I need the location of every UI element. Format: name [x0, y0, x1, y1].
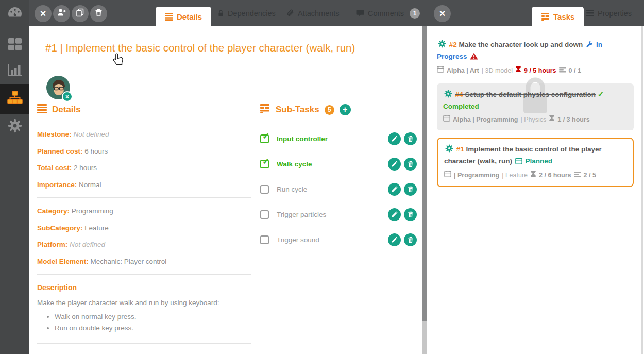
tab-attachments[interactable]: Attachments — [286, 0, 340, 26]
subtask-row: ✓ Input controller — [260, 126, 417, 151]
app-sidebar — [0, 0, 29, 354]
card-subcategory: | Feature — [502, 170, 528, 181]
tab-details-label: Details — [177, 12, 202, 21]
task-title-text: Implement the basic control of the playe… — [66, 42, 355, 54]
tab-tasks[interactable]: Tasks — [532, 7, 584, 26]
card-milestone-category: | Programming — [454, 170, 499, 181]
field-label: Planned cost: — [37, 147, 83, 155]
task-card[interactable]: #4 Setup the default physics configurati… — [437, 83, 634, 130]
check-icon: ✓ — [598, 90, 604, 98]
assignee-avatar[interactable]: × — [46, 76, 76, 104]
mouse-cursor — [112, 53, 125, 70]
divider — [37, 274, 251, 275]
delete-subtask-button[interactable] — [404, 158, 417, 171]
tasks-icon — [541, 13, 550, 21]
wrench-icon — [586, 40, 593, 51]
warning-icon — [470, 52, 478, 63]
sidebar-item-dashboard[interactable] — [0, 0, 29, 26]
edit-subtask-button[interactable] — [388, 208, 401, 221]
subtask-checkbox[interactable]: ✓ — [260, 160, 269, 168]
subtask-label: Trigger particles — [277, 211, 326, 218]
hamburger-icon — [586, 10, 594, 16]
edit-subtask-button[interactable] — [388, 132, 401, 145]
delete-subtask-button[interactable] — [404, 183, 417, 196]
sidebar-item-reports[interactable] — [0, 58, 29, 84]
details-section: Details Milestone: Not defined Planned c… — [37, 104, 251, 344]
tab-properties-label: Properties — [598, 9, 632, 18]
field-label: Category: — [37, 207, 70, 215]
remove-assignee-button[interactable]: × — [62, 91, 73, 102]
subtask-label: Input controller — [277, 135, 328, 143]
field-value: Feature — [84, 224, 109, 232]
edit-subtask-button[interactable] — [388, 183, 401, 196]
field-value: Normal — [79, 181, 101, 189]
field-model-element: Model Element: Mechanic: Player control — [37, 258, 251, 265]
hourglass-icon — [549, 114, 555, 125]
subtask-row: Trigger particles — [260, 202, 417, 227]
list-icon — [165, 13, 173, 21]
hourglass-icon — [515, 65, 521, 76]
delete-task-button[interactable] — [90, 5, 107, 22]
tab-dependencies[interactable]: Dependencies — [217, 0, 276, 26]
field-label: SubCategory: — [37, 224, 83, 232]
subtasks-count-badge: 5 — [325, 105, 334, 115]
right-panel-scrollbar[interactable] — [641, 25, 643, 354]
duplicate-task-button[interactable] — [72, 5, 89, 22]
tab-dependencies-label: Dependencies — [228, 9, 276, 18]
field-subcategory: SubCategory: Feature — [37, 224, 251, 232]
left-panel-scrollbar[interactable] — [422, 25, 427, 354]
comment-icon — [356, 9, 364, 17]
field-value: 2 hours — [74, 164, 97, 172]
edit-subtask-button[interactable] — [388, 233, 401, 246]
field-platform: Platform: Not defined — [37, 241, 251, 248]
tab-details[interactable]: Details — [156, 7, 211, 26]
field-total-cost: Total cost: 2 hours — [37, 164, 251, 172]
task-card[interactable]: #2 Make the character look up and down I… — [437, 39, 634, 76]
assign-user-button[interactable] — [53, 5, 70, 22]
delete-subtask-button[interactable] — [404, 208, 417, 221]
subtask-row: ✓ Walk cycle — [260, 151, 417, 177]
sidebar-item-settings[interactable] — [0, 114, 29, 140]
bar-chart-icon — [8, 63, 22, 79]
field-value: Mechanic: Player control — [91, 258, 167, 265]
add-subtask-button[interactable]: + — [340, 104, 351, 115]
field-value: 6 hours — [84, 147, 108, 155]
sidebar-item-tasks-tree[interactable] — [0, 84, 29, 114]
subtask-label: Trigger sound — [277, 236, 319, 244]
details-heading: Details — [37, 104, 251, 116]
close-icon: × — [439, 8, 446, 19]
trash-icon — [408, 136, 414, 142]
tasks-list-panel: #2 Make the character look up and down I… — [428, 26, 640, 354]
top-header: × Details Dependencies Attachments — [0, 0, 644, 26]
field-milestone: Milestone: Not defined — [37, 130, 251, 138]
edit-subtask-button[interactable] — [388, 158, 401, 171]
delete-subtask-button[interactable] — [404, 132, 417, 145]
card-meta: Alpha | Programming | Physics 1 / 3 hour… — [443, 114, 628, 125]
tab-attachments-label: Attachments — [298, 9, 340, 18]
subtask-checkbox[interactable]: ✓ — [260, 134, 269, 143]
trash-icon — [95, 9, 103, 19]
tab-tasks-label: Tasks — [553, 12, 574, 21]
field-label: Total cost: — [37, 164, 72, 172]
status-badge: Planned — [526, 157, 553, 165]
tab-properties[interactable]: Properties — [586, 0, 632, 26]
close-task-button[interactable]: × — [35, 5, 52, 22]
subtask-checkbox[interactable] — [260, 185, 269, 194]
sidebar-divider — [5, 144, 25, 144]
task-card-selected[interactable]: #1 Implement the basic control of the pl… — [437, 138, 634, 187]
status-badge: Completed — [443, 103, 479, 110]
card-hours: 1 / 3 hours — [557, 114, 590, 125]
card-task-title: Setup the default physics configuration — [465, 91, 596, 98]
delete-subtask-button[interactable] — [404, 233, 417, 246]
card-task-title: Implement the basic control of the playe… — [444, 145, 602, 165]
close-panel-button[interactable]: × — [434, 5, 451, 22]
card-task-id: #4 — [455, 91, 463, 98]
scrollbar-thumb[interactable] — [422, 25, 427, 321]
subtask-checkbox[interactable] — [260, 235, 269, 244]
tab-comments[interactable]: Comments 1 — [356, 0, 420, 26]
lock-icon — [217, 9, 224, 17]
card-milestone-category: Alpha | Art — [447, 65, 479, 76]
calendar-icon — [437, 65, 444, 76]
subtask-checkbox[interactable] — [260, 210, 269, 219]
sidebar-item-grid[interactable] — [0, 32, 29, 58]
